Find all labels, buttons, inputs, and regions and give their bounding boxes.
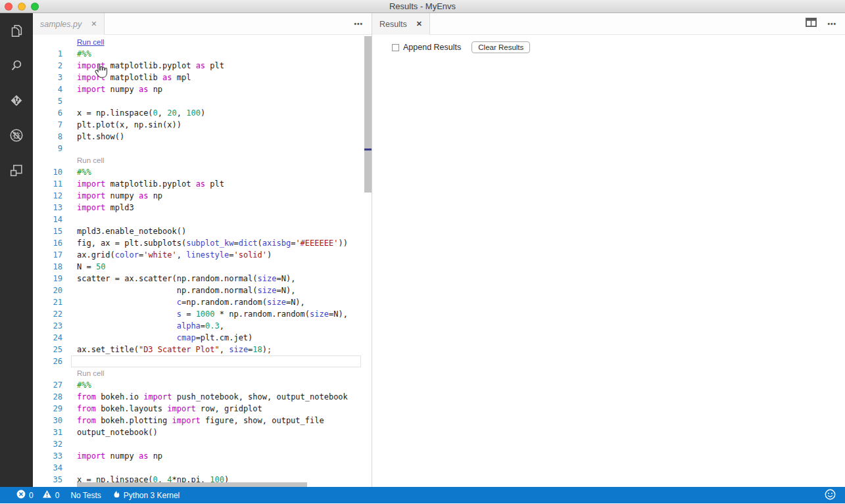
line-number[interactable]: 25 bbox=[33, 344, 62, 355]
line-number[interactable]: 16 bbox=[33, 237, 62, 249]
code-line[interactable]: 15mpld3.enable_notebook() bbox=[33, 225, 372, 237]
code-line[interactable]: 33import numpy as np bbox=[33, 450, 372, 462]
line-number[interactable]: 4 bbox=[33, 83, 62, 95]
editor-more-actions-icon[interactable]: ••• bbox=[354, 20, 363, 28]
code-line[interactable]: 29from bokeh.layouts import row, gridplo… bbox=[33, 403, 372, 415]
code-line[interactable]: 1#%% bbox=[33, 48, 372, 60]
explorer-icon[interactable] bbox=[8, 22, 25, 39]
code-line[interactable]: 11import matplotlib.pyplot as plt bbox=[33, 178, 372, 190]
run-cell-row[interactable]: Run cell bbox=[33, 154, 372, 166]
line-number[interactable]: 2 bbox=[33, 60, 62, 72]
code-line[interactable]: 23 alpha=0.3, bbox=[33, 320, 372, 332]
run-cell-link[interactable]: Run cell bbox=[77, 367, 105, 379]
run-cell-link[interactable]: Run cell bbox=[77, 36, 105, 48]
code-line[interactable]: 7plt.plot(x, np.sin(x)) bbox=[33, 119, 372, 131]
tab-results[interactable]: Results ✕ bbox=[372, 13, 430, 35]
close-tab-icon[interactable]: ✕ bbox=[91, 20, 97, 28]
run-cell-row[interactable]: Run cell bbox=[33, 36, 372, 48]
kernel-status[interactable]: Python 3 Kernel bbox=[112, 490, 180, 501]
code-line[interactable]: 6x = np.linspace(0, 20, 100) bbox=[33, 107, 372, 119]
line-number[interactable]: 27 bbox=[33, 379, 62, 391]
line-number[interactable]: 1 bbox=[33, 48, 62, 60]
code-line[interactable]: 9 bbox=[33, 143, 372, 154]
code-line[interactable]: 18N = 50 bbox=[33, 261, 372, 273]
problems-indicator[interactable]: 0 0 bbox=[16, 490, 59, 501]
tests-status[interactable]: No Tests bbox=[70, 491, 101, 500]
code-line[interactable]: 24 cmap=plt.cm.jet) bbox=[33, 332, 372, 344]
line-number[interactable]: 19 bbox=[33, 273, 62, 285]
line-number[interactable]: 24 bbox=[33, 332, 62, 344]
run-cell-row[interactable]: Run cell bbox=[33, 367, 372, 379]
line-number[interactable]: 21 bbox=[33, 296, 62, 308]
code-line[interactable]: 12import numpy as np bbox=[33, 190, 372, 202]
line-number[interactable]: 18 bbox=[33, 261, 62, 273]
extensions-icon[interactable] bbox=[8, 162, 25, 179]
code-line[interactable]: 19scatter = ax.scatter(np.random.normal(… bbox=[33, 273, 372, 285]
line-number[interactable]: 6 bbox=[33, 107, 62, 119]
run-cell-link[interactable]: Run cell bbox=[77, 154, 105, 166]
code-line[interactable]: 2import matplotlib.pyplot as plt bbox=[33, 60, 372, 72]
code-line[interactable]: 32 bbox=[33, 438, 372, 450]
code-line[interactable]: 21 c=np.random.random(size=N), bbox=[33, 296, 372, 308]
code-line[interactable]: 31output_notebook() bbox=[33, 426, 372, 438]
append-results-checkbox[interactable] bbox=[392, 44, 399, 51]
line-number[interactable]: 11 bbox=[33, 178, 62, 190]
code-line[interactable]: 34 bbox=[33, 462, 372, 474]
line-number[interactable]: 7 bbox=[33, 119, 62, 131]
line-number[interactable]: 30 bbox=[33, 415, 62, 426]
code-line[interactable]: 26 bbox=[33, 355, 372, 367]
line-number[interactable]: 35 bbox=[33, 474, 62, 486]
feedback-smiley-icon[interactable] bbox=[825, 489, 836, 502]
clear-results-button[interactable]: Clear Results bbox=[471, 41, 530, 53]
line-number[interactable]: 26 bbox=[33, 355, 62, 367]
line-number[interactable]: 8 bbox=[33, 131, 62, 143]
code-line[interactable]: 27#%% bbox=[33, 379, 372, 391]
zoom-window-button[interactable] bbox=[31, 3, 39, 11]
code-line[interactable]: 10#%% bbox=[33, 166, 372, 178]
code-editor[interactable]: Run cell1#%%2import matplotlib.pyplot as… bbox=[33, 35, 372, 487]
line-number[interactable]: 33 bbox=[33, 450, 62, 462]
close-window-button[interactable] bbox=[5, 3, 12, 11]
line-number[interactable]: 22 bbox=[33, 308, 62, 320]
tab-samples-py[interactable]: samples.py ✕ bbox=[33, 13, 105, 35]
line-number[interactable]: 34 bbox=[33, 462, 62, 474]
code-line[interactable]: 22 s = 1000 * np.random.random(size=N), bbox=[33, 308, 372, 320]
line-number[interactable]: 5 bbox=[33, 95, 62, 107]
line-number[interactable]: 3 bbox=[33, 72, 62, 83]
scrollbar-thumb[interactable] bbox=[364, 36, 372, 193]
search-icon[interactable] bbox=[8, 57, 25, 74]
code-line[interactable]: 8plt.show() bbox=[33, 131, 372, 143]
line-number[interactable]: 14 bbox=[33, 214, 62, 225]
code-line[interactable]: 13import mpld3 bbox=[33, 202, 372, 214]
results-more-actions-icon[interactable]: ••• bbox=[827, 20, 836, 28]
close-tab-icon[interactable]: ✕ bbox=[416, 20, 422, 28]
line-number[interactable]: 13 bbox=[33, 202, 62, 214]
debug-icon[interactable] bbox=[8, 127, 25, 144]
line-number[interactable]: 29 bbox=[33, 403, 62, 415]
line-number[interactable]: 20 bbox=[33, 285, 62, 296]
source-control-icon[interactable] bbox=[8, 92, 25, 109]
code-line[interactable]: 16fig, ax = plt.subplots(subplot_kw=dict… bbox=[33, 237, 372, 249]
minimize-window-button[interactable] bbox=[18, 3, 26, 11]
vertical-scrollbar[interactable] bbox=[364, 35, 372, 487]
line-number[interactable]: 9 bbox=[33, 143, 62, 154]
line-number[interactable]: 32 bbox=[33, 438, 62, 450]
line-number[interactable]: 12 bbox=[33, 190, 62, 202]
line-number[interactable]: 10 bbox=[33, 166, 62, 178]
code-line[interactable]: 25ax.set_title("D3 Scatter Plot", size=1… bbox=[33, 344, 372, 355]
code-line[interactable]: 30from bokeh.plotting import figure, sho… bbox=[33, 415, 372, 426]
code-line[interactable]: 4import numpy as np bbox=[33, 83, 372, 95]
code-line[interactable]: 17ax.grid(color='white', linestyle='soli… bbox=[33, 249, 372, 261]
code-line[interactable]: 20 np.random.normal(size=N), bbox=[33, 285, 372, 296]
line-number[interactable]: 15 bbox=[33, 225, 62, 237]
line-number[interactable]: 31 bbox=[33, 426, 62, 438]
split-editor-icon[interactable] bbox=[806, 18, 817, 30]
code-line[interactable]: 14 bbox=[33, 214, 372, 225]
code-line[interactable]: 5 bbox=[33, 95, 372, 107]
code-line[interactable]: 3import matplotlib as mpl bbox=[33, 72, 372, 83]
code-line[interactable]: 28from bokeh.io import push_notebook, sh… bbox=[33, 391, 372, 403]
line-number[interactable]: 17 bbox=[33, 249, 62, 261]
line-number[interactable]: 28 bbox=[33, 391, 62, 403]
line-number[interactable]: 23 bbox=[33, 320, 62, 332]
horizontal-scrollbar[interactable] bbox=[77, 482, 307, 487]
